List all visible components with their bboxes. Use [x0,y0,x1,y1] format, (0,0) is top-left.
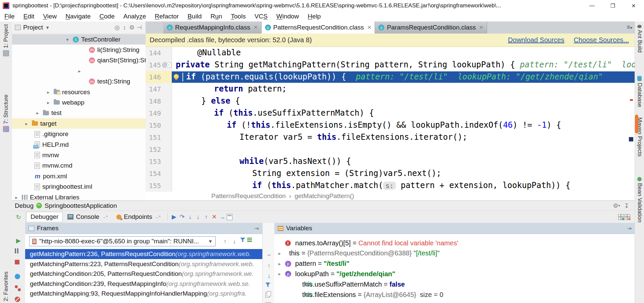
tree-item-mvnw-cmd[interactable]: mvnw.cmd [12,161,146,171]
code-line-152[interactable]: 152 [146,143,635,156]
move-up-icon[interactable]: ↑ [265,262,273,269]
pause-icon[interactable] [15,248,18,253]
chevron-right-icon[interactable]: ▸ [278,271,281,277]
layout-settings-icon[interactable] [618,214,624,220]
move-down-icon[interactable]: ↓ [265,272,273,280]
chevron-right-icon[interactable]: ▸ [45,89,51,95]
frame-row-4[interactable]: getMatchingCondition:239, RequestMapping… [25,279,262,289]
close-button[interactable]: ✕ [623,0,644,11]
tree-item-mvnw[interactable]: mvnw [12,150,146,160]
copy-icon[interactable] [265,293,270,298]
code-line-144[interactable]: 144@Nullable [146,47,635,59]
editor-tab-patternsrequestcondition-class[interactable]: PatternsRequestCondition.class✕ [262,21,375,34]
tree-item-help-md[interactable]: HELP.md [12,139,146,150]
tree-item-test-string[interactable]: test():String [12,76,146,87]
menu-item-refactor[interactable]: Refactor [150,13,183,20]
run-to-cursor-icon[interactable]: → [219,213,226,221]
maximize-button[interactable]: ❐ [602,0,623,11]
step-out-icon[interactable]: ↑ [203,213,210,221]
code-line-148[interactable]: 148} else { [146,95,635,107]
chevron-right-icon[interactable]: ▸ [76,68,83,74]
frame-up-icon[interactable]: ↑ [221,238,229,245]
menu-item-edit[interactable]: Edit [19,13,39,20]
tool-button-bean-validation[interactable]: Bean Validation [635,177,644,223]
hide-debug-window-icon[interactable]: ↧ [623,202,630,209]
tool-button-ant-build[interactable]: Ant Build [635,25,644,53]
code-line-150[interactable]: 150if (!this.fileExtensions.isEmpty() &&… [146,119,635,131]
code-line-146[interactable]: 146if (pattern.equals(lookupPath)) { pat… [146,71,635,83]
tree-item-pom-xml[interactable]: pom.xml [12,171,146,181]
tree-item-testcontroller[interactable]: ▾TestController [12,34,146,45]
chevron-right-icon[interactable]: ▸ [278,261,281,266]
export-threads-icon[interactable] [247,238,252,242]
chevron-right-icon[interactable]: ▸ [278,251,281,256]
debug-tab-console[interactable]: Console→* [63,212,112,222]
debug-settings-icon[interactable]: ⚙▾ [613,202,620,209]
tree-item-external-libraries[interactable]: ▸External Libraries [12,192,146,200]
settings-icon[interactable]: ⚙ [128,24,136,31]
variable-row-this-fileextensions[interactable]: this.fileExtensions = {ArrayList@6645} s… [274,290,635,300]
remove-watch-icon[interactable]: − [265,251,273,259]
debug-tab-endpoints[interactable]: Endpoints→* [112,212,165,222]
fold-marker-icon[interactable] [167,63,171,67]
chevron-right-icon[interactable]: ▸ [45,100,51,105]
drop-frame-icon[interactable]: ✕ [211,213,218,221]
hidden-tabs-icon[interactable]: ≡▾ [627,24,632,31]
tool-button-favorites[interactable]: 2: Favorites [0,271,12,301]
step-into-icon[interactable]: ↓ [186,213,194,221]
code-editor[interactable]: 144@Nullable145@private String getMatchi… [146,47,635,192]
banner-link-download-sources[interactable]: Download Sources [508,36,565,44]
rerun-icon[interactable]: ↻ [15,214,22,221]
code-line-153[interactable]: 153while(var5.hasNext()) { [146,156,635,168]
variables-hide-icon[interactable]: ⇥ [627,225,632,232]
menu-item-tools[interactable]: Tools [226,13,250,20]
tool-button-structure[interactable]: 7: Structure [0,95,12,134]
frame-row-5[interactable]: getMatchingMapping:93, RequestMappingInf… [25,289,262,299]
chevron-right-icon[interactable]: ▸ [35,110,41,116]
tree-item-li-string-string[interactable]: li(String):String [12,45,146,55]
variable-row-this[interactable]: ▸this = {PatternsRequestCondition@6388} … [274,248,635,258]
menu-item-navigate[interactable]: Navigate [61,13,95,20]
frame-row-3[interactable]: getMatchingCondition:205, PatternsReques… [25,269,262,279]
show-execution-point-icon[interactable]: ▶ [170,213,178,221]
menu-item-view[interactable]: View [39,13,61,20]
filter-icon[interactable] [265,283,270,287]
menu-item-run[interactable]: Run [206,13,226,20]
expand-all-icon[interactable]: ↕ [121,24,128,31]
menu-item-build[interactable]: Build [183,13,206,20]
hide-icon[interactable]: ⊣ [136,24,143,31]
breadcrumb-item-patternsrequestcondition[interactable]: PatternsRequestCondition [211,192,286,200]
step-over-icon[interactable]: ↷ [178,213,186,221]
frame-row-2[interactable]: getMatchingPatterns:223, PatternsRequest… [25,259,262,269]
menu-item-help[interactable]: Help [303,13,325,20]
code-line-145[interactable]: 145@private String getMatchingPattern(St… [146,59,635,71]
stop-icon[interactable] [15,260,19,264]
tree-item-item[interactable]: ▸ [12,66,146,76]
restore-layout-icon[interactable] [625,214,630,220]
thread-selector[interactable]: "http-nio-8080-exec-6"@5,650 in group "m… [29,236,216,246]
variable-row-pattern[interactable]: ▸pattern = "/test/li" [274,259,635,269]
variable-row-names-toarray-5[interactable]: names.toArray()[5] = Cannot find local v… [274,238,635,248]
tool-button-project[interactable]: 1: Project [0,24,12,58]
code-line-155[interactable]: 155if (this.pathMatcher.match(s: pattern… [146,180,635,192]
mute-breakpoints-icon[interactable] [15,297,20,302]
editor-tab-requestmappinginfo-class[interactable]: RequestMappingInfo.class✕ [163,21,262,34]
minimize-button[interactable]: — [582,0,602,11]
tree-item-webapp[interactable]: ▸webapp [12,97,146,108]
code-line-154[interactable]: 154String extension = (String)var5.next(… [146,168,635,180]
tree-item-target[interactable]: ▸target [12,118,146,129]
filter-frames-icon[interactable] [240,238,245,242]
code-line-151[interactable]: 151Iterator var5 = this.fileExtensions.i… [146,131,635,143]
tree-item-gitignore[interactable]: .gitignore [12,129,146,139]
locate-icon[interactable]: ◎ [113,24,121,31]
menu-item-file[interactable]: File [0,13,19,20]
annotation-gutter-icon[interactable]: @ [162,60,166,68]
chevron-right-icon[interactable]: ▸ [13,195,19,200]
frame-down-icon[interactable]: ↓ [231,238,238,245]
code-line-147[interactable]: 147return pattern; [146,83,635,95]
menu-item-analyze[interactable]: Analyze [119,13,151,20]
chevron-right-icon[interactable]: ▸ [23,121,30,126]
resume-icon[interactable]: ▶ [15,237,22,244]
breadcrumb-item-getmatchingpattern[interactable]: getMatchingPattern() [294,192,354,200]
editor-tab-paramsrequestcondition-class[interactable]: ParamsRequestCondition.class✕ [375,21,487,34]
